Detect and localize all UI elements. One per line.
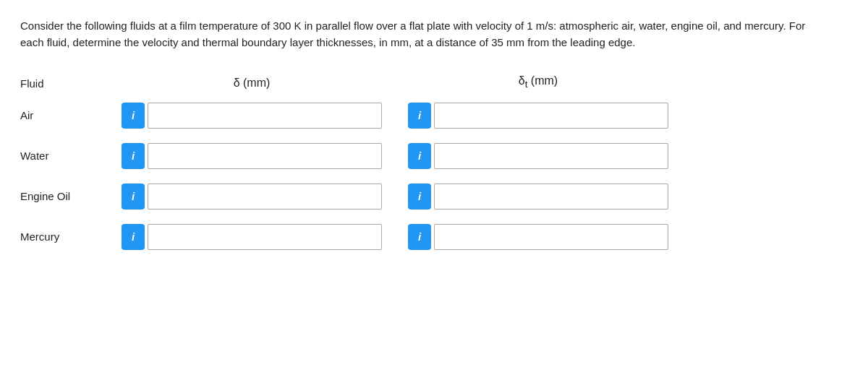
fluid-name-mercury: Mercury [20,230,122,243]
delta-input-water[interactable] [148,143,382,169]
row-engine-oil: Engine Oil i i [20,184,848,210]
delta-group-water: i [122,143,382,169]
delta-input-engine-oil[interactable] [148,184,382,210]
delta-t-group-air: i [408,103,668,129]
header-delta-t: δt (mm) [408,74,668,90]
delta-t-group-water: i [408,143,668,169]
header-delta: δ (mm) [122,77,382,90]
row-air: Air i i [20,103,848,129]
delta-group-mercury: i [122,224,382,250]
delta-t-input-air[interactable] [434,103,668,129]
delta-input-air[interactable] [148,103,382,129]
delta-t-input-water[interactable] [434,143,668,169]
fluid-name-water: Water [20,150,122,162]
info-button-engine-oil-delta-t[interactable]: i [408,184,431,210]
info-button-air-delta-t[interactable]: i [408,103,431,129]
info-button-water-delta[interactable]: i [122,143,145,169]
delta-group-engine-oil: i [122,184,382,210]
info-button-air-delta[interactable]: i [122,103,145,129]
row-mercury: Mercury i i [20,224,848,250]
delta-input-mercury[interactable] [148,224,382,250]
info-button-mercury-delta[interactable]: i [122,224,145,250]
delta-t-group-mercury: i [408,224,668,250]
row-water: Water i i [20,143,848,169]
delta-t-input-engine-oil[interactable] [434,184,668,210]
info-button-mercury-delta-t[interactable]: i [408,224,431,250]
table-container: Fluid δ (mm) δt (mm) Air i i Water i i [20,74,848,250]
header-row: Fluid δ (mm) δt (mm) [20,74,848,90]
fluid-name-engine-oil: Engine Oil [20,190,122,202]
delta-group-air: i [122,103,382,129]
delta-t-input-mercury[interactable] [434,224,668,250]
delta-t-group-engine-oil: i [408,184,668,210]
fluid-name-air: Air [20,109,122,121]
problem-text: Consider the following fluids at a film … [20,17,816,51]
header-fluid: Fluid [20,77,122,90]
info-button-water-delta-t[interactable]: i [408,143,431,169]
info-button-engine-oil-delta[interactable]: i [122,184,145,210]
